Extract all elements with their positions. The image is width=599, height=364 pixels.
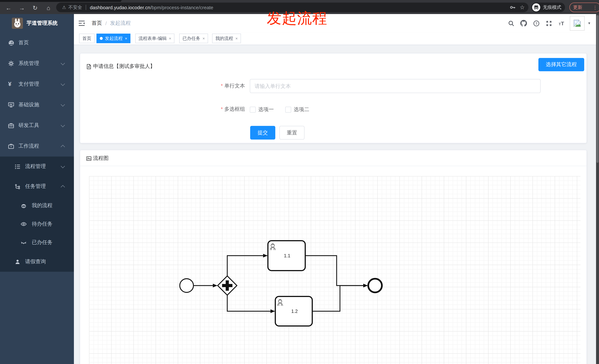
- flow-card-title-text: 流程图: [93, 155, 109, 162]
- annotation-title: 发起流程: [267, 8, 327, 28]
- tags-view-bar: 首页 发起流程 × 流程表单-编辑 × 已办任务 × 我的流程 ×: [74, 33, 599, 45]
- github-icon[interactable]: [517, 20, 530, 26]
- sidebar-item-my-process[interactable]: 我的流程: [0, 196, 74, 215]
- flow-task1-to-end: [305, 256, 367, 286]
- sidebar-item-workflow[interactable]: 工作流程: [0, 136, 74, 157]
- start-event-node[interactable]: [180, 279, 194, 292]
- sidebar-item-label: 支付管理: [18, 81, 39, 87]
- tab-close-icon[interactable]: ×: [169, 36, 171, 41]
- app-title: 芋道管理系统: [26, 20, 58, 26]
- password-key-icon[interactable]: [509, 4, 515, 10]
- incognito-icon: [532, 3, 540, 11]
- end-event-node[interactable]: [368, 279, 382, 292]
- browser-home-button[interactable]: ⌂: [43, 2, 54, 14]
- checkbox-option-2[interactable]: [285, 107, 291, 113]
- avatar-dropdown-caret-icon[interactable]: ▼: [588, 21, 591, 25]
- scrollbar-thumb[interactable]: [596, 15, 599, 163]
- chevron-down-icon: [61, 82, 65, 86]
- user-task-1-2[interactable]: 1.2: [275, 296, 312, 326]
- app-logo-row[interactable]: 芋道管理系统: [0, 14, 74, 33]
- chevron-down-icon: [61, 164, 65, 168]
- font-size-icon[interactable]: TT: [555, 20, 568, 26]
- eye-icon: [21, 221, 26, 227]
- sidebar-item-payment[interactable]: ¥ 支付管理: [0, 74, 74, 94]
- sidebar-item-label: 流程管理: [25, 163, 46, 170]
- sidebar-item-done-tasks[interactable]: 已办任务: [0, 233, 74, 252]
- page-scrollbar[interactable]: [596, 14, 599, 364]
- sidebar-item-label: 任务管理: [25, 183, 46, 190]
- monitor-icon: [8, 102, 14, 108]
- bpmn-canvas[interactable]: 1.1 1.2: [89, 176, 581, 364]
- sidebar-submenu-workflow: 流程管理 任务管理 我的流程 待办任务: [0, 157, 74, 272]
- incognito-badge: 无痕模式: [531, 3, 565, 12]
- flow-diagram-card: 流程图: [80, 150, 587, 364]
- sidebar-item-process-management[interactable]: 流程管理: [0, 157, 74, 177]
- user-avatar[interactable]: [570, 16, 585, 31]
- submit-button[interactable]: 提交: [250, 126, 275, 140]
- task-label: 1.2: [291, 309, 298, 314]
- omnibox-divider: [86, 5, 86, 10]
- tab-home[interactable]: 首页: [79, 34, 95, 43]
- sidebar-item-home[interactable]: 首页: [0, 33, 74, 53]
- eye-closed-icon: [21, 240, 26, 245]
- tab-form-edit[interactable]: 流程表单-编辑 ×: [135, 34, 175, 43]
- picture-icon: [86, 156, 92, 161]
- task-label: 1.1: [284, 253, 291, 258]
- flow-task2-to-end: [312, 286, 367, 311]
- browser-menu-icon[interactable]: ⋮: [593, 5, 598, 10]
- fullscreen-icon[interactable]: [542, 20, 555, 26]
- text-field-label: *单行文本: [175, 83, 245, 89]
- breadcrumb-home[interactable]: 首页: [92, 20, 102, 26]
- chevron-down-icon: [61, 102, 65, 107]
- flow-card-title: 流程图: [86, 155, 109, 162]
- browser-back-button[interactable]: ←: [3, 2, 14, 14]
- app-logo-rabbit: [12, 18, 23, 29]
- bookmark-star-icon[interactable]: ☆: [520, 4, 525, 11]
- sidebar-item-task-management[interactable]: 任务管理: [0, 177, 74, 196]
- chevron-up-icon: [61, 185, 65, 189]
- required-mark: *: [221, 83, 223, 89]
- browser-reload-button[interactable]: ↻: [30, 2, 41, 14]
- user-task-1-1[interactable]: 1.1: [268, 241, 305, 271]
- sidebar-item-system[interactable]: 系统管理: [0, 53, 74, 74]
- url-domain: dashboard.yudao.iocoder.cn: [90, 5, 150, 10]
- sidebar: 芋道管理系统 首页 系统管理 ¥ 支付管理 基础设施: [0, 14, 74, 364]
- sidebar-item-todo-tasks[interactable]: 待办任务: [0, 215, 74, 233]
- sidebar-collapse-icon[interactable]: [78, 20, 85, 28]
- single-line-text-input-field[interactable]: [250, 79, 540, 93]
- toolbox-icon: [8, 123, 14, 128]
- single-line-text-input[interactable]: [250, 79, 541, 93]
- update-label[interactable]: 更新: [573, 4, 582, 10]
- tab-close-icon[interactable]: ×: [203, 36, 205, 41]
- tab-done-tasks[interactable]: 已办任务 ×: [179, 34, 208, 43]
- tab-my-process[interactable]: 我的流程 ×: [212, 34, 241, 43]
- sidebar-item-label: 系统管理: [18, 60, 39, 67]
- security-label[interactable]: 不安全: [68, 4, 82, 10]
- checkbox-option-2-label[interactable]: 选项二: [294, 106, 309, 113]
- help-icon[interactable]: ?: [530, 20, 542, 26]
- apply-card-title-text: 申请信息【测试多审批人】: [93, 63, 155, 70]
- sidebar-item-infrastructure[interactable]: 基础设施: [0, 94, 74, 115]
- user-icon: [15, 259, 20, 264]
- checkbox-option-1-label[interactable]: 选项一: [258, 106, 274, 113]
- flow-card-header: 流程图: [80, 150, 586, 166]
- checkbox-option-1[interactable]: [250, 107, 256, 113]
- chevron-up-icon: [61, 145, 65, 149]
- app-header: 首页 / 发起流程 ? TT: [74, 14, 599, 33]
- tab-close-icon[interactable]: ×: [125, 36, 127, 41]
- active-tab-dot: [100, 37, 103, 40]
- browser-forward-button[interactable]: →: [16, 2, 27, 14]
- search-icon[interactable]: [505, 20, 517, 26]
- tab-close-icon[interactable]: ×: [235, 36, 238, 41]
- sidebar-item-dev-tools[interactable]: 研发工具: [0, 115, 74, 136]
- broken-image-icon: [573, 19, 581, 27]
- parallel-gateway-node[interactable]: [218, 276, 237, 295]
- sidebar-item-leave-query[interactable]: 请假查询: [0, 252, 74, 272]
- flow-list-icon: [15, 164, 20, 169]
- browser-update-button[interactable]: 更新 ⋮: [569, 3, 599, 12]
- sidebar-item-label: 待办任务: [32, 221, 53, 227]
- tab-create-process[interactable]: 发起流程 ×: [97, 34, 131, 43]
- reset-button[interactable]: 重置: [279, 126, 305, 140]
- svg-text:T: T: [561, 20, 564, 26]
- select-other-process-button[interactable]: 选择其它流程: [538, 58, 584, 71]
